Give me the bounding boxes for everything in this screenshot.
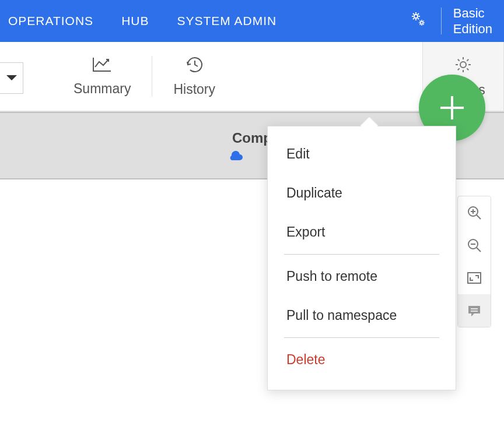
nav-system-admin[interactable]: SYSTEM ADMIN <box>177 14 276 28</box>
svg-point-0 <box>414 15 418 18</box>
svg-point-18 <box>460 62 466 68</box>
menu-item-pull-to-namespace[interactable]: Pull to namespace <box>268 296 456 335</box>
menu-divider <box>284 254 439 255</box>
actions-menu: Edit Duplicate Export Push to remote Pul… <box>267 126 456 390</box>
svg-line-5 <box>413 13 414 15</box>
comment-button[interactable] <box>458 294 491 327</box>
svg-line-23 <box>458 59 460 61</box>
header-right: Basic Edition <box>406 0 504 42</box>
svg-line-7 <box>418 13 419 15</box>
history-icon <box>184 56 204 76</box>
menu-item-edit[interactable]: Edit <box>268 135 456 174</box>
fit-screen-icon <box>467 272 481 284</box>
top-header: OPERATIONS HUB SYSTEM ADMIN Basic <box>0 0 504 42</box>
svg-line-26 <box>458 68 460 70</box>
svg-line-34 <box>477 248 481 252</box>
cloud-icon <box>228 151 244 164</box>
zoom-in-icon <box>467 205 482 220</box>
svg-line-25 <box>467 59 468 61</box>
svg-line-30 <box>477 215 481 219</box>
header-divider <box>441 8 442 34</box>
fit-screen-button[interactable] <box>458 262 491 294</box>
tab-history[interactable]: History <box>152 42 236 111</box>
zoom-out-icon <box>467 238 482 253</box>
svg-line-6 <box>418 18 419 19</box>
edition-label: Basic Edition <box>453 5 504 37</box>
tab-history-label: History <box>173 82 215 97</box>
svg-line-15 <box>423 24 424 24</box>
nav-operations[interactable]: OPERATIONS <box>8 14 93 28</box>
comment-icon <box>467 305 481 318</box>
toolbar-dropdown[interactable] <box>0 62 23 94</box>
menu-item-delete[interactable]: Delete <box>268 340 456 379</box>
svg-line-17 <box>419 24 420 24</box>
svg-line-16 <box>423 20 424 21</box>
zoom-toolbar <box>457 196 491 327</box>
plus-icon <box>437 93 467 123</box>
cogs-icon[interactable] <box>406 8 429 34</box>
menu-item-duplicate[interactable]: Duplicate <box>268 174 456 213</box>
zoom-out-button[interactable] <box>458 229 491 262</box>
chart-icon <box>92 57 112 75</box>
gear-icon <box>454 55 473 76</box>
tab-summary-label: Summary <box>74 81 131 97</box>
menu-item-export[interactable]: Export <box>268 213 456 252</box>
nav-hub[interactable]: HUB <box>121 14 149 28</box>
svg-line-14 <box>419 20 420 21</box>
menu-item-push-to-remote[interactable]: Push to remote <box>268 257 456 296</box>
zoom-in-button[interactable] <box>458 196 491 229</box>
svg-point-9 <box>420 22 423 24</box>
svg-line-8 <box>413 18 414 19</box>
context-title: Comp <box>232 130 272 146</box>
menu-divider <box>284 337 439 338</box>
svg-line-24 <box>467 68 468 70</box>
chevron-down-icon <box>6 74 18 82</box>
tab-summary[interactable]: Summary <box>52 42 152 111</box>
